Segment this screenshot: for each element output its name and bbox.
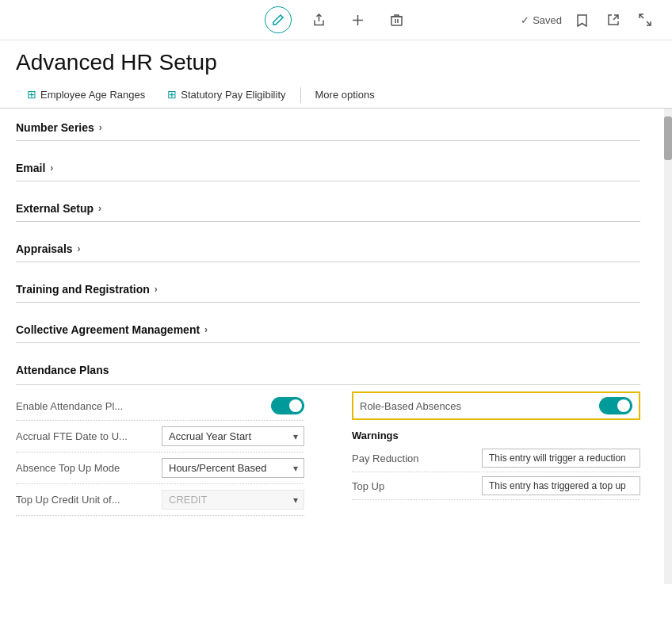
chevron-external-setup-icon: ›: [98, 203, 101, 214]
section-email[interactable]: Email ›: [16, 149, 640, 181]
pay-reduction-value: This entry will trigger a reduction: [482, 449, 640, 468]
attendance-plans-grid: Enable Attendance Pl... Accrual FTE Date…: [16, 391, 640, 516]
form-right: Role-Based Absences Warnings Pay Reducti…: [328, 391, 640, 516]
accrual-fte-value: Accrual Year Start Hire Date Calendar Ye…: [143, 426, 304, 446]
role-based-label: Role-Based Absences: [360, 400, 487, 412]
tab-divider: [300, 87, 301, 103]
toolbar: ✓ Saved: [0, 0, 672, 40]
bookmark-button[interactable]: [571, 10, 593, 30]
content-area: Number Series › Email › External Setup ›…: [0, 109, 656, 532]
tab-icon-statutory: ⊞: [167, 88, 177, 101]
topup-credit-value: CREDIT: [143, 490, 304, 510]
accrual-fte-label: Accrual FTE Date to U...: [16, 430, 143, 442]
tab-statutory-pay[interactable]: ⊞ Statutory Pay Eligibility: [156, 82, 296, 109]
form-row-accrual-fte: Accrual FTE Date to U... Accrual Year St…: [16, 421, 304, 453]
form-row-topup-credit: Top Up Credit Unit of... CREDIT: [16, 484, 304, 516]
role-based-toggle-knob: [617, 399, 630, 412]
accrual-fte-select-wrapper: Accrual Year Start Hire Date Calendar Ye…: [162, 426, 304, 446]
chevron-collective-icon: ›: [204, 324, 208, 335]
topup-warning-value: This entry has triggered a top up: [482, 476, 640, 495]
absence-topup-select[interactable]: Hours/Percent Based Days Based None: [162, 458, 304, 478]
section-training[interactable]: Training and Registration ›: [16, 270, 640, 303]
section-number-series[interactable]: Number Series ›: [16, 109, 640, 141]
chevron-number-series-icon: ›: [99, 122, 102, 133]
chevron-training-icon: ›: [155, 284, 158, 295]
open-new-button[interactable]: [602, 10, 624, 29]
more-options-button[interactable]: More options: [304, 82, 386, 107]
edit-button[interactable]: [265, 6, 292, 33]
attendance-plans-title: Attendance Plans: [16, 351, 640, 385]
topup-warning-label: Top Up: [352, 480, 447, 492]
svg-rect-0: [391, 17, 402, 25]
tab-employee-age-ranges[interactable]: ⊞ Employee Age Ranges: [16, 82, 156, 109]
section-external-setup[interactable]: External Setup ›: [16, 189, 640, 222]
topup-credit-select-wrapper: CREDIT: [162, 490, 304, 510]
enable-attendance-value: [143, 397, 304, 414]
delete-button[interactable]: [385, 10, 408, 30]
section-collective-agreement[interactable]: Collective Agreement Management ›: [16, 311, 640, 343]
checkmark-icon: ✓: [521, 14, 529, 26]
scrollbar-track[interactable]: [664, 109, 672, 584]
warning-row-pay-reduction: Pay Reduction This entry will trigger a …: [352, 445, 640, 472]
tab-bar: ⊞ Employee Age Ranges ⊞ Statutory Pay El…: [0, 82, 672, 109]
absence-topup-label: Absence Top Up Mode: [16, 462, 143, 474]
add-button[interactable]: [346, 10, 369, 30]
role-based-toggle[interactable]: [599, 397, 632, 414]
tab-icon-employee: ⊞: [27, 88, 36, 101]
form-row-enable-attendance: Enable Attendance Pl...: [16, 391, 304, 421]
enable-attendance-toggle[interactable]: [271, 397, 304, 414]
expand-button[interactable]: [634, 10, 656, 29]
enable-attendance-label: Enable Attendance Pl...: [16, 400, 143, 412]
topup-credit-select[interactable]: CREDIT: [162, 490, 304, 510]
toggle-knob: [289, 399, 302, 412]
pay-reduction-label: Pay Reduction: [352, 453, 447, 464]
saved-status: ✓ Saved: [521, 14, 562, 26]
page-title: Advanced HR Setup: [0, 40, 672, 82]
section-appraisals[interactable]: Appraisals ›: [16, 230, 640, 262]
accrual-fte-select[interactable]: Accrual Year Start Hire Date Calendar Ye…: [162, 426, 304, 446]
warning-row-topup: Top Up This entry has triggered a top up: [352, 472, 640, 500]
scrollbar-thumb[interactable]: [664, 116, 672, 160]
absence-topup-value: Hours/Percent Based Days Based None: [143, 458, 304, 478]
role-based-absences-row: Role-Based Absences: [352, 391, 640, 420]
form-left: Enable Attendance Pl... Accrual FTE Date…: [16, 391, 328, 516]
chevron-email-icon: ›: [50, 162, 53, 174]
form-row-absence-topup: Absence Top Up Mode Hours/Percent Based …: [16, 453, 304, 484]
warnings-title: Warnings: [352, 425, 640, 445]
chevron-appraisals-icon: ›: [78, 243, 81, 254]
topup-credit-label: Top Up Credit Unit of...: [16, 494, 143, 506]
share-button[interactable]: [307, 10, 330, 30]
absence-topup-select-wrapper: Hours/Percent Based Days Based None: [162, 458, 304, 478]
